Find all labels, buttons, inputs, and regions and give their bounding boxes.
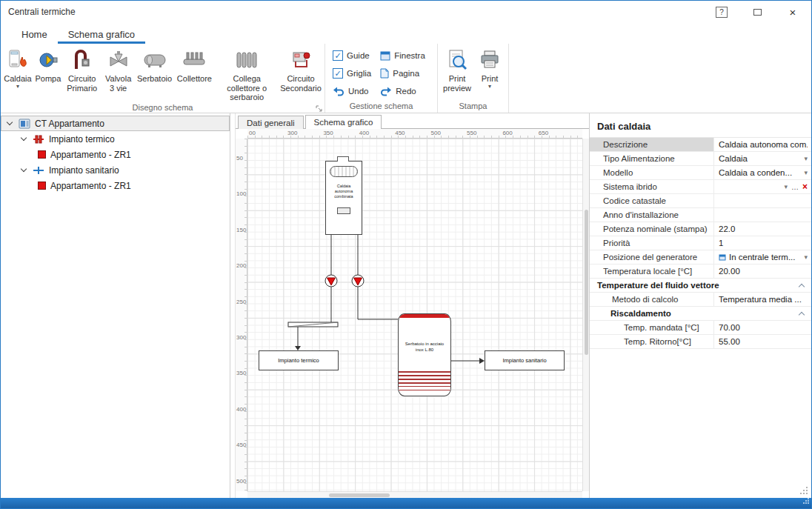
property-label[interactable]: Sistema ibrido [590, 180, 714, 193]
clear-icon[interactable]: × [802, 182, 808, 191]
property-label[interactable]: Temp. Ritorno[°C] [590, 335, 714, 348]
property-value[interactable]: Temperatura media ... [714, 293, 811, 306]
tree-item-ct-appartamento[interactable]: CT Appartamento [1, 116, 230, 131]
chevron-down-icon[interactable]: ▾ [784, 183, 788, 190]
chevron-up-icon[interactable] [799, 283, 805, 289]
tree-item-appartamento-zr1-sanitario[interactable]: Appartamento - ZR1 [1, 178, 230, 193]
vertical-scrollbar-thumb[interactable] [585, 210, 588, 355]
tree-splitter[interactable] [230, 113, 236, 498]
panel-resize-grip[interactable] [799, 486, 808, 495]
property-value[interactable]: 20.00 [714, 265, 811, 278]
collega-collettore-label: Collega collettore o serbaroio [216, 74, 278, 102]
drawing-grid[interactable]: Caldaia autonoma combinata Serbatoio in … [247, 139, 582, 491]
impianto-termico-box[interactable]: Impianto termico [259, 350, 339, 370]
group-stampa: Print preview Print ▾ Stampa [438, 44, 509, 113]
schematic-connections [247, 139, 588, 487]
ruler-number: 400 [236, 406, 246, 413]
vertical-scrollbar[interactable] [582, 139, 589, 491]
tank-top-band [399, 314, 450, 318]
finestra-button[interactable]: Finestra [380, 51, 425, 61]
property-label[interactable]: Potenza nominale (stampa) [590, 222, 714, 236]
dialog-launcher-icon[interactable] [316, 104, 322, 115]
impianto-sanitario-box[interactable]: Impianto sanitario [485, 350, 565, 370]
circuito-primario-button[interactable]: Circuito Primario [63, 45, 102, 93]
primary-circuit-icon [71, 47, 93, 73]
property-label[interactable]: Metodo di calcolo [590, 293, 714, 306]
circuito-secondario-button[interactable]: Circuito Secondario [279, 45, 323, 93]
chevron-down-icon[interactable]: ▾ [804, 169, 808, 176]
zone-icon [38, 182, 46, 190]
horizontal-scrollbar[interactable] [247, 491, 582, 498]
help-button[interactable]: ? [710, 4, 733, 20]
collega-collettore-button[interactable]: Collega collettore o serbaroio [215, 45, 279, 102]
chevron-up-icon[interactable] [799, 311, 805, 317]
caldaia-button[interactable]: Caldaia ▾ [2, 45, 33, 89]
horizontal-scrollbar-thumb[interactable] [329, 493, 390, 497]
property-label[interactable]: Modello [590, 166, 714, 179]
ruler-number: 450 [395, 130, 405, 136]
window-resize-grip[interactable] [802, 496, 810, 507]
property-value[interactable]: Caldaia autonoma com... [714, 138, 811, 151]
tab-dati-generali[interactable]: Dati generali [238, 116, 304, 129]
property-label[interactable]: Priorità [590, 236, 714, 250]
ellipsis-button[interactable]: … [791, 183, 799, 191]
section-temperature-fluido[interactable]: Temperature del fluido vettore [590, 279, 811, 293]
redo-label: Redo [396, 87, 416, 96]
valvola-3-vie-label: Valvola 3 vie [102, 74, 135, 93]
property-value[interactable] [714, 194, 811, 207]
print-preview-button[interactable]: Print preview [439, 45, 475, 93]
property-label[interactable]: Descrizione [590, 138, 714, 151]
close-button[interactable]: × [782, 4, 804, 20]
property-row-posizione-generatore: Posizione del generatore In centrale ter… [590, 250, 811, 265]
property-label[interactable]: Tipo Alimentazione [590, 152, 714, 165]
pompa-button[interactable]: Pompa [33, 45, 63, 84]
property-value[interactable]: 22.0 [714, 222, 811, 236]
chevron-down-icon[interactable] [21, 135, 27, 141]
property-value[interactable] [714, 208, 811, 222]
section-title: Riscaldamento [610, 309, 671, 318]
tank-shape[interactable]: Serbatoio in acciaio inox L.80 [398, 313, 451, 396]
property-label[interactable]: Temperatura locale [°C] [590, 265, 714, 278]
print-button[interactable]: Print ▾ [475, 45, 505, 89]
redo-button[interactable]: Redo [380, 87, 425, 96]
property-value[interactable]: Caldaia a conden... ▾ [714, 166, 811, 179]
boiler-shape[interactable]: Caldaia autonoma combinata [325, 161, 362, 235]
property-value[interactable]: ▾ … × [714, 180, 811, 193]
ruler-number: 550 [467, 130, 476, 136]
property-value[interactable]: In centrale term... ▾ [714, 250, 811, 264]
app-window: Centrali termiche ? × Home Schema grafic… [0, 0, 812, 509]
undo-button[interactable]: Undo [333, 87, 371, 96]
serbatoio-button[interactable]: Serbatoio [136, 45, 174, 84]
property-row-codice-catastale: Codice catastale [590, 194, 811, 208]
property-label[interactable]: Posizione del generatore [590, 250, 714, 264]
maximize-button[interactable] [746, 4, 768, 20]
tab-home[interactable]: Home [11, 26, 58, 44]
tab-schema-grafico[interactable]: Schema grafico [58, 26, 145, 44]
tree-item-impianto-termico[interactable]: Impianto termico [1, 131, 230, 147]
collettore-button[interactable]: Collettore [173, 45, 215, 84]
chevron-down-icon[interactable]: ▾ [804, 253, 808, 261]
ruler-number: 150 [236, 227, 246, 233]
griglia-checkbox[interactable]: ✓ Griglia [333, 68, 371, 79]
property-label[interactable]: Anno d'installazione [590, 208, 714, 222]
impianto-termico-label: Impianto termico [278, 357, 319, 364]
tree-item-appartamento-zr1-termico[interactable]: Appartamento - ZR1 [1, 147, 230, 162]
collector-icon [182, 47, 207, 73]
ruler-number: 350 [323, 130, 333, 136]
chevron-down-icon[interactable] [21, 166, 27, 172]
chevron-down-icon[interactable]: ▾ [804, 155, 808, 162]
chevron-down-icon[interactable] [7, 119, 13, 125]
guide-checkbox[interactable]: ✓ Guide [333, 50, 371, 61]
property-value[interactable]: 1 [714, 236, 811, 250]
section-riscaldamento[interactable]: Riscaldamento [590, 307, 811, 321]
property-value[interactable]: 70.00 [714, 321, 811, 334]
tab-schema-grafico-view[interactable]: Schema grafico [305, 115, 382, 129]
heating-system-icon [33, 134, 44, 144]
property-label[interactable]: Codice catastale [590, 194, 714, 207]
tree-item-impianto-sanitario[interactable]: Impianto sanitario [1, 162, 230, 178]
pagina-button[interactable]: Pagina [380, 68, 425, 79]
property-label[interactable]: Temp. mandata [°C] [590, 321, 714, 334]
property-value[interactable]: 55.00 [714, 335, 811, 348]
valvola-3-vie-button[interactable]: Valvola 3 vie [102, 45, 136, 93]
property-value[interactable]: Caldaia ▾ [714, 152, 811, 165]
